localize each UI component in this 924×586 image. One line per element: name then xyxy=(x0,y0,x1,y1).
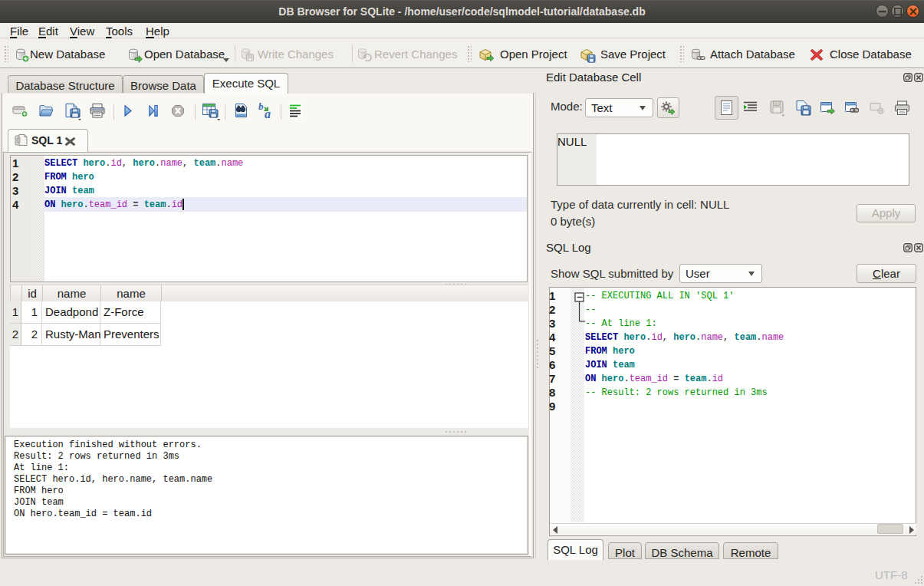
svg-text:b: b xyxy=(258,101,264,112)
